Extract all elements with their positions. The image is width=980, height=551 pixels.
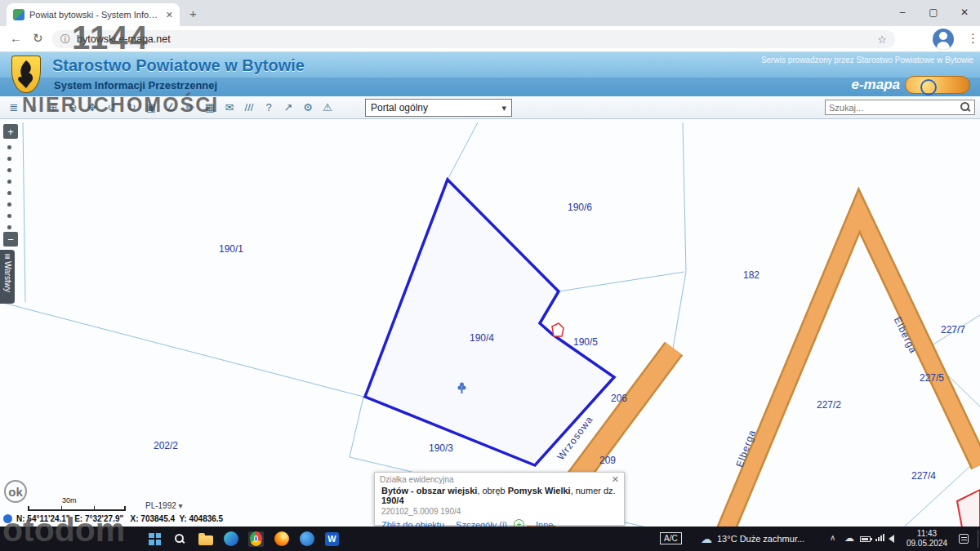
- network-icon[interactable]: [875, 534, 884, 541]
- site-info-icon[interactable]: ⓘ: [60, 33, 70, 47]
- tab-favicon-icon: [13, 9, 24, 20]
- coordinates-row: N: 54°11'24.1" E: 7°32'27.9" X: 703845.4…: [3, 514, 223, 523]
- layers-panel-tab[interactable]: ≣ Warstwy: [0, 250, 15, 304]
- clock[interactable]: 11:43 09.05.2024: [903, 529, 951, 549]
- search-icon[interactable]: [960, 102, 971, 113]
- layers-icon[interactable]: ≣: [5, 99, 23, 116]
- action-center-icon[interactable]: [959, 534, 969, 544]
- browser-tab-bar: Powiat bytowski - System Infor... ✕ + – …: [0, 0, 980, 26]
- url-input[interactable]: ⓘ bytowski.e-mapa.net ☆: [52, 30, 895, 48]
- parcel-label: 227/4: [911, 470, 936, 482]
- parcel-region: Bytów - obszar wiejski: [381, 486, 477, 495]
- pan-icon[interactable]: ✥: [83, 99, 101, 116]
- parcel-label: 190/1: [219, 243, 243, 255]
- minimize-button[interactable]: –: [887, 0, 918, 24]
- url-text: bytowski.e-mapa.net: [77, 33, 871, 45]
- parcel-id: 220102_5.0009 190/4: [381, 507, 617, 516]
- tab-close-icon[interactable]: ✕: [166, 10, 173, 20]
- weather-text: 13°C Duże zachmur...: [717, 534, 804, 544]
- weather-widget[interactable]: ☁ 13°C Duże zachmur...: [701, 527, 804, 551]
- coordinates-readout: N: 54°11'24.1" E: 7°32'27.9" X: 703845.4…: [16, 514, 223, 523]
- service-note: Serwis prowadzony przez Starostwo Powiat…: [761, 56, 973, 64]
- back-icon[interactable]: ←: [10, 31, 22, 45]
- clock-date: 09.05.2024: [903, 539, 951, 549]
- word-icon[interactable]: W: [324, 531, 340, 547]
- taskbar-search-icon[interactable]: [172, 531, 188, 547]
- edge-icon[interactable]: [223, 531, 238, 547]
- zoom-in-icon[interactable]: ⊕: [44, 99, 62, 116]
- file-explorer-icon[interactable]: [198, 531, 213, 547]
- parcel-label: 227/5: [920, 372, 944, 384]
- map-viewport[interactable]: 190/1 190/6 190/4 190/5 190/3 202/2 182 …: [0, 119, 980, 527]
- scale-bar: [28, 506, 126, 511]
- parcel-label: 209: [599, 455, 616, 466]
- parcel-number: 190/4: [381, 495, 404, 505]
- table-icon[interactable]: ▦: [201, 99, 219, 116]
- search-input[interactable]: [829, 103, 960, 113]
- portal-select[interactable]: Portal ogólny: [365, 99, 512, 117]
- parcel-label: 182: [743, 269, 760, 281]
- parcel-description: Bytów - obszar wiejski, obręb Pomysk Wie…: [381, 486, 617, 505]
- warning-icon[interactable]: ⚠: [318, 99, 336, 116]
- popup-title: Działka ewidencyjna: [380, 475, 454, 484]
- zoom-out-button[interactable]: −: [3, 232, 18, 247]
- close-button[interactable]: ✕: [949, 0, 980, 24]
- scale-label: 30m: [62, 496, 77, 504]
- red-boundary-corner: [957, 490, 980, 527]
- teams-icon[interactable]: [299, 531, 314, 547]
- refresh-icon[interactable]: ↻: [33, 31, 43, 46]
- popup-close-icon[interactable]: ✕: [612, 474, 619, 485]
- browser-menu-icon[interactable]: ⋮: [967, 31, 979, 46]
- zoom-in-button[interactable]: +: [3, 124, 18, 139]
- browser-tab[interactable]: Powiat bytowski - System Infor... ✕: [7, 3, 180, 26]
- message-icon[interactable]: ✉: [220, 99, 238, 116]
- home-icon[interactable]: ⌂: [24, 99, 42, 116]
- obreb-label: , obręb: [477, 486, 507, 495]
- emapa-logo: [905, 76, 970, 94]
- hatch-icon[interactable]: ///: [240, 99, 258, 116]
- cloud-icon: ☁: [701, 532, 712, 545]
- toolbar-icons: ≣ ⌂ ⊕ ⊖ ✥ ↺ ↻ ▣ ∠ ✏ ▦ ✉ /// ? ↗ ⚙ ⚠: [5, 99, 336, 116]
- map-canvas[interactable]: [0, 119, 980, 527]
- clock-time: 11:43: [903, 529, 951, 539]
- parcel-info-popup: Działka ewidencyjna ✕ Bytów - obszar wie…: [374, 472, 625, 526]
- portal-subtitle: System Informacji Przestrzennej: [54, 79, 217, 91]
- zoom-slider[interactable]: [7, 145, 11, 229]
- numer-label: , numer dz.: [571, 486, 616, 495]
- portal-select-value: Portal ogólny: [371, 102, 428, 113]
- crs-selector[interactable]: PL-1992: [145, 501, 183, 510]
- coat-of-arms-logo: [11, 56, 41, 93]
- bookmark-star-icon[interactable]: ☆: [877, 33, 887, 46]
- parcel-label: 190/4: [470, 332, 494, 344]
- maximize-button[interactable]: ▢: [918, 0, 949, 24]
- settings-icon[interactable]: ⚙: [299, 99, 317, 116]
- layers-tab-label: Warstwy: [3, 261, 12, 292]
- zoom-out-icon[interactable]: ⊖: [64, 99, 82, 116]
- window-controls: – ▢ ✕: [887, 0, 980, 24]
- help-icon[interactable]: ?: [260, 99, 278, 116]
- draw-icon[interactable]: ✏: [181, 99, 199, 116]
- chrome-icon[interactable]: [248, 531, 264, 547]
- profile-avatar[interactable]: [933, 29, 954, 50]
- ac-indicator[interactable]: A/C: [660, 532, 682, 544]
- next-view-icon[interactable]: ↻: [122, 99, 140, 116]
- start-button[interactable]: [147, 531, 163, 547]
- tab-title: Powiat bytowski - System Infor...: [29, 10, 158, 20]
- battery-icon[interactable]: [860, 536, 871, 542]
- new-tab-button[interactable]: +: [189, 7, 197, 20]
- windows-taskbar: W A/C ☁ 13°C Duże zachmur... ∧ ☁ 11:43 0…: [0, 527, 980, 551]
- road-elberga: [717, 211, 980, 527]
- map-search[interactable]: [825, 100, 975, 115]
- share-icon[interactable]: ↗: [279, 99, 297, 116]
- highlighted-parcel-190-4[interactable]: [365, 180, 614, 465]
- full-extent-icon[interactable]: ▣: [142, 99, 160, 116]
- previous-view-icon[interactable]: ↺: [103, 99, 121, 116]
- onedrive-icon[interactable]: ☁: [844, 532, 854, 544]
- coordinates-icon: [3, 514, 12, 523]
- tray-expand-icon[interactable]: ∧: [830, 533, 835, 542]
- volume-icon[interactable]: [889, 535, 894, 543]
- firefox-icon[interactable]: [274, 531, 289, 547]
- parcel-label: 227/2: [817, 399, 841, 411]
- measure-icon[interactable]: ∠: [162, 99, 180, 116]
- parcel-label: 190/3: [429, 442, 453, 454]
